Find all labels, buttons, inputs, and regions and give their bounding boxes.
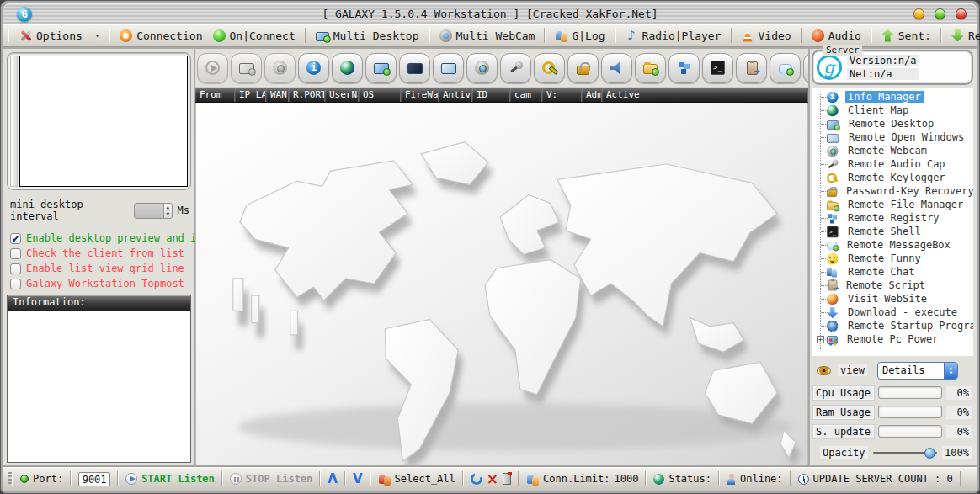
toolbar-item-audio[interactable]: Audio <box>808 28 865 44</box>
move-up-button[interactable]: Λ <box>328 471 338 486</box>
multi-desktop-button[interactable] <box>231 53 262 83</box>
tree-item-remote-registry[interactable]: Remote Registry <box>815 211 973 225</box>
toolbar-item-multi-webcam[interactable]: Multi WebCam <box>436 28 539 44</box>
info-manager-button[interactable] <box>298 53 329 83</box>
password-key-recovery-button[interactable] <box>567 53 599 83</box>
remote-audio-cap-button[interactable] <box>500 53 531 83</box>
toolbar-item-video[interactable]: Video <box>738 28 795 44</box>
column-header[interactable]: R.PORT <box>289 88 325 102</box>
column-header[interactable]: FireWall <box>401 88 439 102</box>
minimize-button[interactable] <box>913 8 924 19</box>
column-header[interactable]: Active <box>602 88 808 102</box>
tree-item-remote-file-manager[interactable]: Remote File Manager <box>815 198 973 211</box>
checkbox-icon[interactable] <box>10 279 21 289</box>
multi-webcam-button[interactable] <box>264 53 296 83</box>
tree-item-remote-desktop[interactable]: Remote Desktop <box>815 117 973 130</box>
toolbar-item-glog[interactable]: G|Log <box>551 28 608 44</box>
remote-webcam-button[interactable] <box>466 53 498 83</box>
toolbar-item-connection[interactable]: Connection <box>116 28 205 44</box>
checkbox-list-view-grid-line[interactable]: Enable list view grid line <box>10 263 191 274</box>
play-button[interactable] <box>197 53 228 83</box>
toolbar-grip[interactable] <box>8 29 9 42</box>
divider <box>117 471 119 486</box>
remote-messagebox-button[interactable] <box>770 53 801 83</box>
checkbox-icon[interactable] <box>10 263 21 274</box>
toolbar-item-sent[interactable]: Sent: <box>878 28 935 44</box>
dropdown-stepper-icon[interactable]: ▲▼ <box>944 363 957 379</box>
toolbar-item-multi-desktop[interactable]: Multi Desktop <box>312 28 423 44</box>
start-listen-button[interactable]: START Listen <box>141 473 215 485</box>
server-remove-icon[interactable] <box>503 473 511 485</box>
column-header[interactable]: OS <box>359 88 401 102</box>
column-header[interactable]: From <box>195 88 235 102</box>
stop-listen-button[interactable]: STOP Listen <box>246 473 312 485</box>
spinner-up-icon[interactable]: ▲ <box>164 204 172 211</box>
remote-script-button[interactable] <box>736 53 767 83</box>
tree-item-download-execute[interactable]: Download - execute <box>815 305 973 319</box>
expand-plus-icon[interactable]: + <box>817 336 824 343</box>
interval-spinner[interactable]: ▲▼ <box>134 203 173 219</box>
tree-item-remote-keylogger[interactable]: Remote Keylogger <box>815 171 973 184</box>
maximize-button[interactable] <box>935 8 945 19</box>
tree-item-remote-audio-cap[interactable]: Remote Audio Cap <box>815 157 973 171</box>
column-header[interactable]: IP LAN <box>235 88 266 102</box>
move-down-button[interactable]: V <box>353 471 363 486</box>
column-header[interactable]: Antivirus <box>439 88 472 102</box>
tree-item-remote-messagebox[interactable]: Remote MessageBox <box>815 238 973 252</box>
webcam-add-icon <box>475 61 489 75</box>
checkbox-icon[interactable] <box>10 248 21 259</box>
remote-registry-button[interactable] <box>668 53 700 83</box>
column-header[interactable]: cam <box>510 88 542 102</box>
checkbox-enable-desktop-preview[interactable]: ✔ Enable desktop preview and info <box>10 232 191 244</box>
tree-item-remote-funny[interactable]: Remote Funny <box>815 252 973 265</box>
remote-shell-button[interactable] <box>702 53 733 83</box>
clipboard-icon <box>828 280 837 291</box>
speaker-button[interactable] <box>601 53 632 83</box>
spinner-buttons[interactable]: ▲▼ <box>163 204 172 218</box>
spinner-down-icon[interactable]: ▼ <box>164 210 172 218</box>
client-map-button[interactable] <box>332 53 363 83</box>
title-bar[interactable]: G [ GALAXY 1.5.0.4 Workstation ] [Cracke… <box>3 3 977 24</box>
remote-desktop-button[interactable] <box>365 53 397 83</box>
divider <box>871 28 872 43</box>
tree-item-info-manager[interactable]: Info Manager <box>815 90 973 104</box>
checkbox-icon[interactable]: ✔ <box>10 233 21 244</box>
column-header[interactable]: UserName <box>325 88 359 102</box>
opacity-slider[interactable] <box>873 447 938 459</box>
column-header[interactable]: ID <box>472 88 510 102</box>
window-button[interactable] <box>433 53 464 83</box>
toolbar-item-on-connect[interactable]: On|Connect <box>210 28 299 44</box>
chevron-down-icon[interactable]: ▾ <box>95 31 99 40</box>
checkbox-check-client-from-list[interactable]: Check the client from list <box>10 247 191 259</box>
column-header[interactable]: WAN <box>266 88 289 102</box>
toolbar-item-radio-player[interactable]: Radio|Player <box>622 28 725 44</box>
tree-item-remote-pc-power[interactable]: +Remote Pc Power <box>815 332 973 346</box>
refresh-icon[interactable] <box>468 471 484 487</box>
tree-item-remote-startup-program[interactable]: Remote Startup Program <box>815 319 973 332</box>
remote-funny-button[interactable] <box>803 53 808 83</box>
column-header[interactable]: Admin <box>582 88 602 102</box>
tree-item-remote-chat[interactable]: Remote Chat <box>815 265 973 279</box>
slider-thumb[interactable] <box>924 448 935 459</box>
statusbar-grip[interactable] <box>8 472 13 486</box>
tree-item-visit-website[interactable]: Visit WebSite <box>815 292 973 305</box>
tree-item-remote-script[interactable]: Remote Script <box>815 279 973 292</box>
port-value-field[interactable]: 9001 <box>78 472 110 486</box>
interval-input[interactable] <box>135 204 163 218</box>
toolbar-item-recived[interactable]: Recived: <box>948 28 980 44</box>
delete-icon[interactable]: × <box>487 473 498 485</box>
remote-open-windows-button[interactable] <box>399 53 430 83</box>
tree-item-password-key-recovery[interactable]: Password-Key Recovery <box>815 184 973 198</box>
tree-item-client-map[interactable]: Client Map <box>815 104 973 117</box>
toolbar-item-options[interactable]: Options ▾ <box>16 28 103 44</box>
checkbox-workstation-topmost[interactable]: Galaxy Workstation Topmost <box>10 278 191 289</box>
select-all-button[interactable]: Select_All <box>395 473 455 485</box>
column-header[interactable]: V: <box>542 88 582 102</box>
remote-keylogger-button[interactable] <box>534 53 565 83</box>
tree-item-remote-open-windows[interactable]: Remote Open Windows <box>815 130 973 144</box>
close-button[interactable] <box>956 8 967 19</box>
remote-file-manager-button[interactable] <box>635 53 666 83</box>
tree-item-remote-webcam[interactable]: Remote Webcam <box>815 144 973 157</box>
view-mode-select[interactable]: Details ▲▼ <box>877 362 958 380</box>
tree-item-remote-shell[interactable]: Remote Shell <box>815 225 973 238</box>
